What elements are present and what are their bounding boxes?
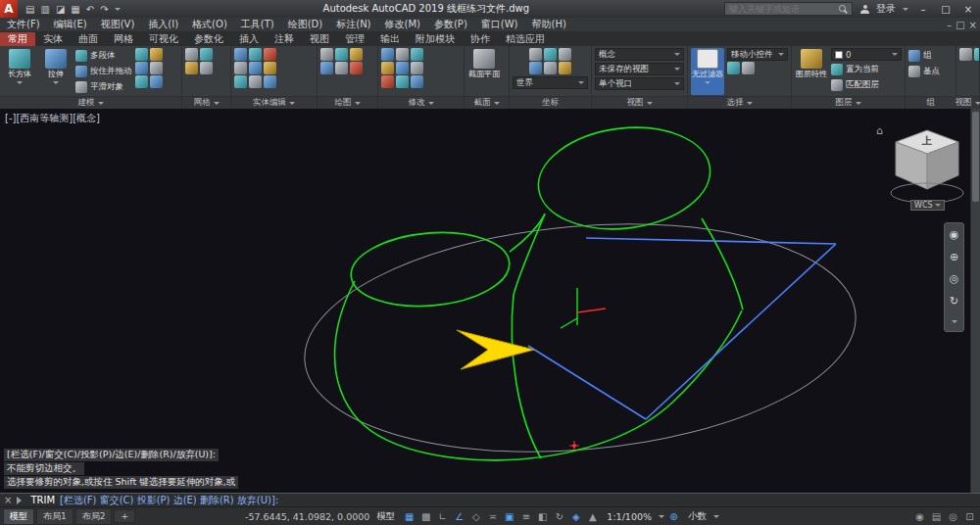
quick-properties-icon[interactable]: ▤ — [929, 511, 944, 522]
tab-layout2[interactable]: 布局2 — [75, 508, 113, 525]
window-close-button[interactable]: × — [960, 4, 976, 15]
menu-tools[interactable]: 工具(T) — [234, 18, 281, 31]
command-close-icon[interactable]: × — [4, 495, 12, 505]
selection-cycling-icon[interactable]: ↻ — [552, 511, 566, 522]
command-options[interactable]: [栏选(F) 窗交(C) 投影(P) 边(E) 删除(R) 放弃(U)]: — [60, 494, 278, 507]
tool-icon[interactable] — [185, 48, 198, 61]
model-space-canvas[interactable]: [-][西南等轴测][概念] ⌂ 上 WCS ◉ ⊕ ◎ ↻ [栏选(F)/窗交… — [0, 109, 980, 493]
help-search[interactable] — [724, 2, 853, 16]
tab-layout1[interactable]: 布局1 — [36, 508, 74, 525]
tool-icon[interactable] — [335, 62, 348, 74]
tool-icon[interactable] — [264, 48, 276, 61]
annotation-scale-button[interactable]: 1:1/100% — [602, 511, 657, 522]
tab-parametric[interactable]: 参数化 — [186, 32, 231, 46]
tool-icon[interactable] — [411, 48, 423, 61]
named-view-dropdown[interactable]: 未保存的视图 — [595, 63, 684, 75]
current-layer-dropdown[interactable]: 0 — [831, 48, 902, 61]
tab-output[interactable]: 输出 — [372, 32, 408, 46]
tool-icon[interactable] — [544, 48, 557, 61]
tool-icon[interactable] — [396, 48, 409, 61]
panel-label-view2[interactable]: 视图 — [956, 96, 979, 109]
tab-solid[interactable]: 实体 — [35, 32, 71, 46]
layer-properties-button[interactable]: 图层特性 — [795, 48, 828, 78]
tool-icon[interactable] — [320, 62, 333, 74]
tool-icon[interactable] — [150, 48, 163, 61]
tool-icon[interactable] — [150, 62, 163, 74]
tab-home[interactable]: 常用 — [0, 32, 35, 46]
make-current-button[interactable]: 置为当前 — [831, 62, 902, 76]
search-input[interactable] — [729, 4, 835, 14]
panel-label-groups[interactable]: 组 — [906, 96, 956, 109]
panel-label-modeling[interactable]: 建模 — [0, 96, 181, 109]
menu-file[interactable]: 文件(F) — [0, 18, 47, 31]
tool-icon[interactable] — [559, 62, 571, 74]
wireframe-top-circle[interactable] — [532, 119, 715, 239]
group-button[interactable]: 组 — [908, 48, 932, 63]
tool-icon[interactable] — [249, 62, 262, 74]
menu-help[interactable]: 帮助(H) — [525, 18, 573, 31]
units-precision-button[interactable]: 小数 — [683, 510, 711, 523]
ortho-icon[interactable]: ∟ — [435, 511, 450, 522]
tool-icon[interactable] — [559, 48, 571, 61]
transparency-icon[interactable]: ◧ — [535, 511, 550, 522]
search-icon[interactable] — [839, 5, 848, 14]
presspull-button[interactable]: 按住并拖动 — [75, 64, 132, 78]
zoom-icon[interactable]: ◎ — [950, 272, 959, 285]
tool-icon[interactable] — [249, 48, 262, 61]
smooth-object-button[interactable]: 平滑对象 — [75, 79, 132, 94]
wireframe-inner-curve[interactable] — [512, 295, 541, 458]
tool-icon[interactable] — [135, 62, 148, 74]
viewcube-wcs-menu[interactable]: WCS — [910, 200, 945, 211]
tool-icon[interactable] — [200, 48, 213, 61]
wireframe-cylinder-edge-right[interactable] — [702, 218, 743, 310]
tool-icon[interactable] — [411, 75, 423, 88]
panel-label-draw[interactable]: 绘图 — [318, 96, 377, 109]
viewport-controls[interactable]: [-][西南等轴测][概念] — [5, 112, 100, 125]
tab-insert[interactable]: 插入 — [231, 32, 267, 46]
panel-label-mesh[interactable]: 网格 — [182, 96, 230, 109]
tool-icon[interactable] — [234, 48, 247, 61]
tool-icon[interactable] — [381, 62, 394, 74]
menu-modify[interactable]: 修改(M) — [378, 18, 427, 31]
ucs-dropdown[interactable]: 世界 — [513, 76, 588, 89]
menu-format[interactable]: 格式(O) — [185, 18, 234, 31]
tab-model[interactable]: 模型 — [3, 508, 34, 525]
tool-icon[interactable] — [350, 62, 363, 74]
panel-label-modify[interactable]: 修改 — [378, 96, 464, 109]
tool-icon[interactable] — [381, 75, 394, 88]
fullscreen-icon[interactable]: ⊡ — [962, 511, 977, 522]
basepoint-button[interactable]: 基点 — [908, 64, 940, 78]
box-button[interactable]: 长方体 — [3, 48, 36, 87]
tool-icon[interactable] — [264, 62, 276, 74]
tool-icon[interactable] — [320, 48, 333, 61]
tool-icon[interactable] — [234, 75, 247, 88]
signin-label[interactable]: 登录 — [876, 2, 896, 16]
gizmo-dropdown[interactable]: 移动小控件 — [727, 48, 788, 61]
window-maximize-button[interactable]: □ — [938, 4, 954, 15]
match-layer-button[interactable]: 匹配图层 — [831, 77, 902, 92]
tool-icon[interactable] — [185, 62, 198, 74]
menu-dimension[interactable]: 标注(N) — [329, 18, 377, 31]
scrollbar-thumb[interactable] — [972, 112, 979, 202]
blue-edge-top[interactable] — [586, 238, 836, 244]
new-icon[interactable]: ▤ — [25, 4, 34, 15]
subobject-filter-button[interactable]: 无过滤器 — [691, 48, 724, 95]
panel-label-view-controls[interactable]: 视图 — [592, 96, 687, 109]
tool-icon[interactable] — [959, 48, 972, 61]
workspace-gear-icon[interactable]: ⊛ — [666, 511, 681, 522]
tab-surface[interactable]: 曲面 — [71, 32, 106, 46]
isolate-objects-icon[interactable]: ◎ — [946, 511, 960, 522]
tool-icon[interactable] — [381, 48, 394, 61]
tool-icon[interactable] — [411, 62, 423, 74]
account-person-icon[interactable] — [860, 5, 869, 14]
menu-insert[interactable]: 插入(I) — [141, 18, 185, 31]
orbit-icon[interactable]: ↻ — [950, 295, 958, 308]
vertical-scrollbar[interactable] — [970, 109, 980, 493]
wireframe-body-outline[interactable] — [335, 281, 743, 460]
tab-mesh[interactable]: 网格 — [106, 32, 141, 46]
tool-icon[interactable] — [234, 62, 247, 74]
menu-edit[interactable]: 编辑(E) — [47, 18, 94, 31]
gizmo-icon[interactable]: ◈ — [568, 511, 583, 522]
otrack-icon[interactable]: ≍ — [485, 511, 500, 522]
lineweight-icon[interactable]: ≡ — [518, 511, 533, 522]
